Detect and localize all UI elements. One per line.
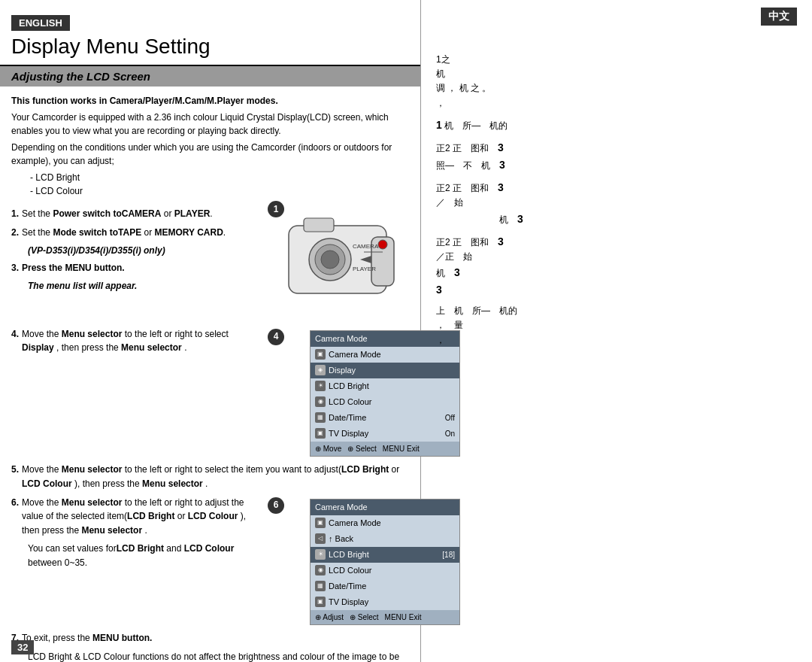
step-badge-4: 4 — [268, 329, 284, 345]
zh-step1: 1 机 所— 机的 — [436, 117, 797, 133]
step-4: 4. Move the Menu selector to the left or… — [11, 327, 259, 355]
menu-icon-back6: ◁ — [315, 533, 326, 544]
step-2-sub: (VP-D353(i)/D354(i)/D355(i) only) — [11, 244, 259, 258]
step-3: 3. Press the MENU button. — [11, 261, 259, 275]
body-intro: This function works in Camera/Player/M.C… — [0, 94, 420, 198]
step-1: 1. Set the Power switch toCAMERA or PLAY… — [11, 207, 259, 221]
step-badge-6: 6 — [268, 497, 284, 514]
svg-text:PLAYER: PLAYER — [353, 266, 376, 272]
menu-icon-colour: ◉ — [315, 396, 326, 407]
intro-line2: Your Camcorder is equipped with a 2.36 i… — [11, 111, 409, 138]
svg-text:CAMERA: CAMERA — [353, 243, 379, 250]
svg-rect-5 — [304, 218, 334, 232]
menu-icon-date6: ▦ — [315, 581, 326, 591]
zh-intro: 1之 机 调 ， 机 之 。 ， — [436, 53, 797, 111]
step-2: 2. Set the Mode switch toTAPE or MEMORY … — [11, 226, 259, 240]
step-badge-1: 1 — [268, 201, 284, 217]
zh-step5: 上 机 所— 机的 ， 量 ， — [436, 304, 797, 348]
zh-step4: 正2 正 图和 3 ／正 始 机 3 3 — [436, 233, 797, 298]
step-7: 7. To exit, press the MENU button. — [11, 631, 409, 645]
bullet-list: LCD Bright LCD Colour — [11, 171, 409, 198]
menu-icon-display: ◈ — [315, 365, 326, 375]
section-header: Adjusting the LCD Screen — [0, 66, 420, 87]
zh-intro-line3: 调 ， 机 之 。 — [436, 81, 797, 96]
menu-icon-bright6: ☀ — [315, 549, 326, 560]
zh-step2: 正2 正 图和 3 照— 不 机 3 — [436, 139, 797, 173]
right-column: 中文 1之 机 调 ， 机 之 。 ， 1 机 所— 机的 正2 正 图和 3 … — [421, 0, 812, 662]
step-5: 5. Move the Menu selector to the left or… — [11, 463, 409, 490]
step-7-sub: LCD Bright & LCD Colour functions do not… — [11, 650, 409, 662]
zh-step3: 正2 正 图和 3 ／ 始 机 3 — [436, 179, 797, 227]
menu-icon-colour6: ◉ — [315, 565, 326, 575]
left-column: ENGLISH Display Menu Setting Adjusting t… — [0, 0, 421, 662]
steps-section: 1. Set the Power switch toCAMERA or PLAY… — [0, 201, 420, 662]
page-title: Display Menu Setting — [0, 31, 420, 66]
bullet-lcd-colour: LCD Colour — [30, 184, 409, 198]
intro-line3: Depending on the conditions under which … — [11, 141, 409, 168]
english-badge: ENGLISH — [11, 15, 70, 31]
menu-icon-tv: ▣ — [315, 428, 326, 439]
camera-illustration: CAMERA PLAYER — [266, 199, 409, 320]
step-6: 6. Move the Menu selector to the left or… — [11, 496, 259, 538]
zh-intro-line2: 机 — [436, 67, 797, 81]
zh-intro-line4: ， — [436, 96, 797, 111]
step-6-note2: between 0~35. — [11, 556, 259, 570]
page-number: 32 — [11, 640, 34, 654]
zh-intro-line1: 1之 — [436, 53, 797, 67]
step-6-note1: You can set values forLCD Bright and LCD… — [11, 542, 259, 556]
chinese-badge: 中文 — [761, 8, 797, 26]
chinese-content: 1之 机 调 ， 机 之 。 ， 1 机 所— 机的 正2 正 图和 3 照— … — [436, 53, 797, 348]
svg-point-4 — [321, 251, 339, 269]
menu-icon-tv6: ▣ — [315, 597, 326, 607]
step-3-sub: The menu list will appear. — [11, 279, 259, 293]
menu-icon-bright: ☀ — [315, 381, 326, 391]
svg-point-6 — [378, 240, 387, 249]
menu-icon-cam6: ▣ — [315, 518, 326, 528]
menu-icon-date: ▦ — [315, 412, 326, 423]
intro-line1: This function works in Camera/Player/M.C… — [11, 96, 278, 106]
bullet-lcd-bright: LCD Bright — [30, 171, 409, 184]
menu-icon-camera: ▣ — [315, 349, 326, 360]
